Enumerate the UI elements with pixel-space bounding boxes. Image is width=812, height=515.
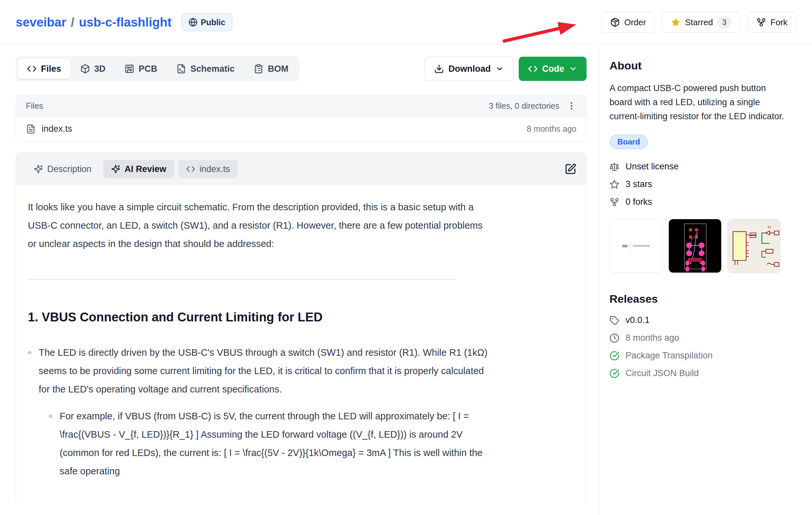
clipboard-list-icon [254, 64, 263, 74]
file-updated: 8 months ago [527, 124, 577, 134]
kebab-menu-icon[interactable] [567, 101, 576, 111]
owner-link[interactable]: seveibar [16, 16, 66, 29]
tab-description-label: Description [47, 164, 91, 174]
tag-icon [609, 315, 619, 325]
files-panel: Files 3 files, 0 directories index.ts 8 … [16, 95, 586, 142]
release-age-row: 8 months ago [609, 333, 789, 343]
sparkles-icon [111, 164, 120, 174]
about-description: A compact USB-C powered push button boar… [609, 81, 786, 123]
tab-3d-label: 3D [94, 64, 106, 74]
star-count-badge: 3 [717, 16, 731, 29]
tab-index-ts-label: index.ts [200, 164, 230, 174]
chevron-down-icon [569, 64, 577, 73]
code-button[interactable]: Code [519, 57, 587, 81]
check-circle-icon [609, 351, 619, 361]
files-summary: 3 files, 0 directories [489, 101, 559, 111]
starred-button-label: Starred [685, 18, 713, 28]
code-button-label: Code [542, 64, 564, 74]
svg-text:R1: R1 [768, 226, 772, 229]
download-icon [434, 64, 444, 74]
file-name: index.ts [41, 124, 72, 134]
topic-badge-board[interactable]: Board [609, 134, 648, 149]
release-check-row: Package Transpilation [609, 351, 789, 361]
bullet-marker [49, 415, 52, 418]
visibility-label: Public [201, 18, 226, 27]
repo-link[interactable]: usb-c-flashlight [79, 16, 172, 29]
file-row-index-ts[interactable]: index.ts 8 months ago [16, 117, 586, 141]
fork-icon [756, 18, 766, 27]
tab-bom-label: BOM [268, 64, 288, 74]
review-intro-paragraph: It looks like you have a simple circuit … [28, 198, 491, 253]
thumbnail-3d-preview[interactable] [609, 219, 663, 273]
red-annotation-arrow [499, 17, 584, 47]
about-title: About [609, 59, 789, 72]
download-button[interactable]: Download [425, 57, 514, 81]
tab-schematic[interactable]: Schematic [168, 59, 243, 79]
stars-label: 3 stars [626, 179, 652, 189]
releases-section: Releases v0.0.1 8 months ago [609, 293, 789, 378]
files-panel-header: Files 3 files, 0 directories [16, 95, 586, 117]
sidebar: About A compact USB-C powered push butto… [599, 45, 812, 515]
release-version-label: v0.0.1 [626, 315, 650, 325]
chevron-down-icon [495, 64, 504, 73]
breadcrumb-separator: / [71, 16, 75, 29]
review-bullet-text: The LED is directly driven by the USB-C'… [39, 343, 491, 398]
stars-row[interactable]: 3 stars [609, 179, 789, 189]
code-icon [528, 64, 538, 74]
thumbnail-pcb-preview[interactable] [668, 219, 722, 273]
tab-pcb-label: PCB [139, 64, 157, 74]
releases-title: Releases [609, 293, 789, 305]
files-panel-title: Files [26, 101, 43, 111]
review-sub-bullet-text: For example, if VBUS (from USB-C) is 5V,… [60, 407, 491, 480]
thumbnail-schematic-preview[interactable]: R1 [727, 219, 781, 273]
tab-index-ts[interactable]: index.ts [178, 160, 238, 178]
list-item-nested: For example, if VBUS (from USB-C) is 5V,… [49, 407, 491, 480]
order-button[interactable]: Order [601, 12, 655, 33]
repo-header: seveibar / usb-c-flashlight Public Order… [0, 0, 812, 45]
tab-schematic-label: Schematic [191, 64, 235, 74]
package-icon [610, 18, 620, 27]
release-check-label: Package Transpilation [626, 351, 713, 361]
view-tabs: Files 3D PCB [16, 56, 299, 81]
list-item: The LED is directly driven by the USB-C'… [28, 343, 491, 398]
doc-panel-body: It looks like you have a simple circuit … [16, 198, 586, 480]
check-circle-icon [609, 369, 619, 378]
edit-icon[interactable] [564, 163, 576, 175]
content-column: Files 3D PCB [0, 45, 599, 515]
fork-button-label: Fork [771, 18, 787, 28]
star-outline-icon [609, 180, 619, 189]
tab-files[interactable]: Files [18, 59, 70, 79]
doc-tabs: Description AI Review index.ts [26, 160, 238, 178]
sparkles-icon [34, 164, 43, 174]
starred-button[interactable]: Starred 3 [662, 12, 740, 33]
license-row: Unset license [609, 161, 789, 172]
view-toolbar: Files 3D PCB [16, 56, 586, 81]
code-icon [186, 164, 195, 174]
tab-bom[interactable]: BOM [245, 59, 297, 79]
tab-3d[interactable]: 3D [71, 59, 115, 79]
section-divider [28, 279, 457, 280]
circuit-board-icon [124, 64, 134, 74]
forks-row[interactable]: 0 forks [609, 197, 789, 207]
repo-meta-list: Unset license 3 stars 0 forks [609, 161, 789, 207]
header-actions: Order Starred 3 Fork [601, 12, 796, 33]
tab-ai-review[interactable]: AI Review [103, 160, 174, 178]
star-icon [671, 18, 680, 27]
release-meta-list: v0.0.1 8 months ago Package Transpilatio… [609, 315, 789, 378]
fork-button[interactable]: Fork [748, 12, 796, 33]
release-version-row[interactable]: v0.0.1 [609, 315, 789, 325]
doc-panel-header: Description AI Review index.ts [16, 153, 586, 185]
globe-icon [188, 18, 198, 27]
code-icon [27, 64, 37, 74]
visibility-badge: Public [181, 13, 232, 31]
review-bullet-list: The LED is directly driven by the USB-C'… [28, 343, 491, 480]
tab-description[interactable]: Description [26, 160, 99, 178]
bullet-marker [28, 351, 31, 355]
file-terminal-icon [176, 64, 186, 74]
preview-thumbnails: R1 [609, 219, 789, 273]
tab-files-label: Files [41, 64, 61, 74]
file-icon [26, 124, 36, 134]
clock-icon [609, 333, 619, 343]
tab-pcb[interactable]: PCB [116, 59, 166, 79]
section-heading: 1. VBUS Connection and Current Limiting … [28, 310, 491, 324]
